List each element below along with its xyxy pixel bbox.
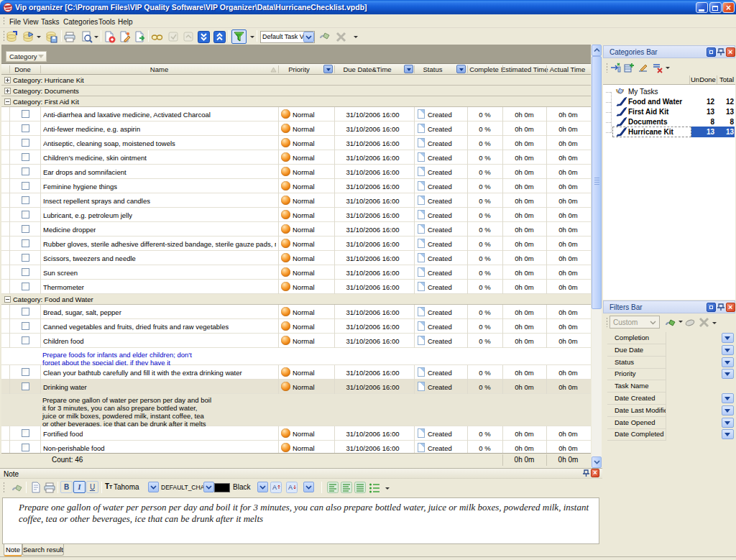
svg-text:A: A [272, 484, 277, 491]
svg-text:A: A [288, 484, 293, 491]
